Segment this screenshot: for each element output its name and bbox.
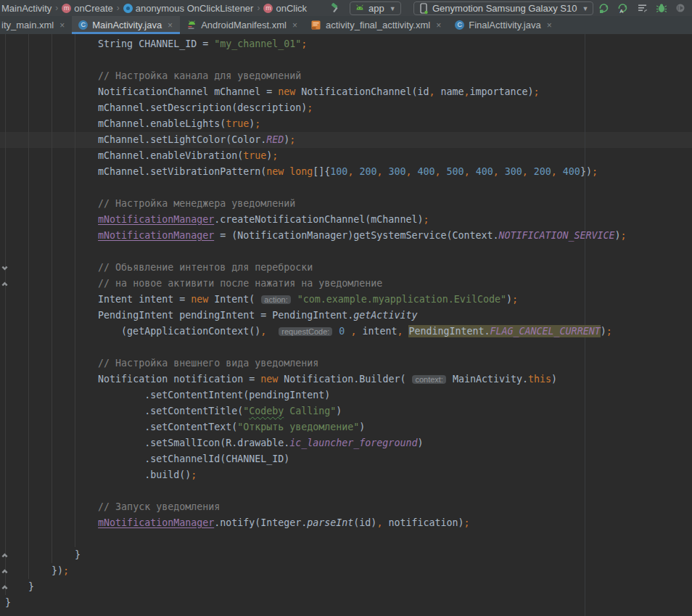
code-line[interactable]: }); [5,563,69,579]
tab-close-icon[interactable]: × [59,20,65,30]
code-token: NotificationChannel(id [295,86,429,97]
code-token: ; [301,38,307,49]
tab-label: ity_main.xml [1,20,54,30]
code-line[interactable]: mNotificationManager.notify(Integer.pars… [5,515,469,531]
breadcrumb-separator: › [116,3,120,13]
code-token: "com.example.myapplication.EvilCode" [297,294,506,305]
code-line[interactable]: // Настройка менеджера уведомлений [5,196,295,212]
code-token [266,326,278,337]
build-hammer-icon[interactable] [328,1,342,15]
code-line[interactable]: mNotificationManager.createNotificationC… [5,212,429,228]
tab-mainactivity-java[interactable]: CMainActivity.java× [72,16,180,34]
code-token: , [493,166,499,177]
code-token: new [278,86,295,97]
code-line[interactable]: mChannel.enableLights(true); [5,116,260,132]
code-token: ; [63,565,69,576]
run-config-selector[interactable]: app ▼ [350,1,401,15]
breadcrumb-item[interactable]: anonymous OnClickListener [123,3,254,14]
code-token: mNotificationManager [98,214,214,225]
code-token [441,166,447,177]
code-line[interactable]: mChannel.setVibrationPattern(new long[]{… [5,164,598,180]
android-studio-window: MainActivity›monCreate›anonymous OnClick… [0,0,692,616]
code-token: RED [266,134,284,145]
fold-arrow-up-icon[interactable] [1,583,9,591]
breadcrumb-item[interactable]: monCreate [62,3,112,14]
attach-debugger-icon[interactable] [654,1,669,15]
tab-androidmanifest-xml[interactable]: AndroidManifest.xml× [180,16,305,34]
code-token: ) [601,326,606,337]
code-token [499,166,505,177]
manifest-file-icon [186,20,197,30]
code-token: Intent( [208,294,260,305]
profiler-icon[interactable] [635,1,650,15]
code-token: }) [580,166,592,177]
code-line[interactable]: NotificationChannel mChannel = new Notif… [5,84,540,100]
code-token: ; [512,294,518,305]
code-line[interactable]: mChannel.setDescription(description); [5,100,313,116]
code-line[interactable]: PendingIntent pendingIntent = PendingInt… [5,308,417,324]
code-line[interactable]: } [5,547,81,563]
code-line[interactable]: mChannel.setLightColor(Color.RED); [5,132,295,148]
code-token: Notification.Builder( [278,374,411,385]
class-file-icon: C [455,20,464,30]
fold-arrow-up-icon[interactable] [1,567,9,575]
code-line[interactable]: // Запуск уведомления [5,499,220,515]
tab-activity-final-acttivity-xml[interactable]: activity_final_acttivity.xml× [305,16,448,34]
code-token: 200 [534,166,551,177]
code-token: "my_channel_01" [214,38,301,49]
code-token: ) [336,406,342,416]
tab-finalacttivity-java[interactable]: CFinalActtivity.java× [448,16,559,34]
code-line[interactable]: .setContentIntent(pendingIntent) [5,387,330,403]
code-token: getActivity [353,310,417,321]
code-line[interactable]: .setContentTitle("Codeby Calling") [5,403,342,419]
code-line[interactable]: .setChannelId(CHANNEL_ID) [5,451,289,467]
apply-changes-restart-icon[interactable] [596,1,611,15]
code-token: mNotificationManager [98,230,214,241]
code-line[interactable]: String CHANNEL_ID = "my_channel_01"; [5,36,307,52]
parameter-hint: action: [261,295,290,304]
code-token: , [551,166,557,177]
code-token: .build() [144,469,191,480]
fold-arrow-down-icon[interactable] [1,264,9,272]
code-token: (getApplicationContext() [121,326,260,337]
code-token: new [260,374,278,385]
tab-ity-main-xml[interactable]: ity_main.xml× [0,16,72,34]
breadcrumb: MainActivity›monCreate›anonymous OnClick… [1,0,307,16]
code-line[interactable]: } [5,579,34,595]
code-token: ; [592,166,598,177]
code-token: ; [191,469,197,480]
parameter-hint: context: [412,375,446,384]
breadcrumb-label: MainActivity [1,3,52,14]
tab-close-icon[interactable]: × [292,20,297,30]
code-line[interactable]: mChannel.enableVibration(true); [5,148,278,164]
code-token: parseInt [307,517,353,528]
code-line[interactable]: mNotificationManager = (NotificationMana… [5,228,627,244]
code-line[interactable]: .setSmallIcon(R.drawable.ic_launcher_for… [5,435,423,451]
code-token: "Открыть уведомление" [237,422,359,432]
code-line[interactable]: // Настройка внешнего вида уведомления [5,356,318,371]
tab-close-icon[interactable]: × [168,20,173,30]
code-line[interactable]: // Настройка канала для уведомлений [5,68,301,84]
code-line[interactable]: .build(); [5,467,197,483]
code-token: Calling" [284,406,336,416]
breadcrumb-item[interactable]: monClick [263,3,307,14]
apply-code-changes-icon[interactable]: A [615,1,630,15]
tab-label: FinalActtivity.java [469,20,540,30]
code-line[interactable]: } [5,595,11,611]
fold-arrow-up-icon[interactable] [1,280,9,288]
code-token: // на новое активити после нажатия на ув… [98,278,382,289]
code-line[interactable]: Intent intent = new Intent( action: "com… [5,292,518,308]
fold-arrow-up-icon[interactable] [1,551,9,559]
code-line[interactable]: // на новое активити после нажатия на ув… [5,276,382,292]
code-line[interactable]: // Обьявление интентов для переброски [5,260,313,276]
tab-close-icon[interactable]: × [436,20,441,30]
device-selector[interactable]: Genymotion Samsung Galaxy S10 ▼ [413,1,593,15]
breadcrumb-item[interactable]: MainActivity [1,3,52,14]
tab-close-icon[interactable]: × [547,20,552,30]
code-token: // Запуск уведомления [98,501,220,512]
code-token: , [435,166,441,177]
code-editor[interactable]: String CHANNEL_ID = "my_channel_01"; // … [0,34,692,616]
code-line[interactable]: Notification notification = new Notifica… [5,371,557,387]
code-line[interactable]: (getApplicationContext(), requestCode: 0… [5,324,612,340]
code-line[interactable]: .setContentText("Открыть уведомление") [5,419,365,435]
